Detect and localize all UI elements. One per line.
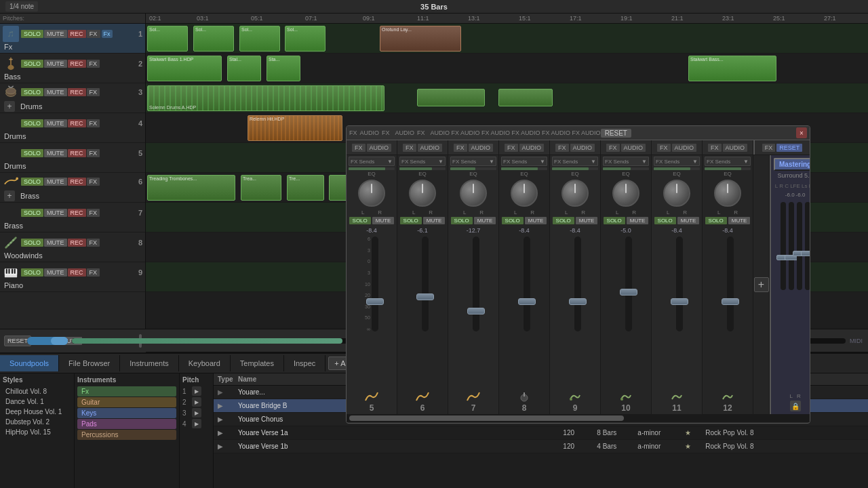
track-2-rec[interactable]: REC <box>68 60 86 68</box>
track-9-rec[interactable]: REC <box>68 268 86 277</box>
track-7-fx[interactable]: FX <box>87 209 100 217</box>
ch8-fader[interactable] <box>518 298 536 305</box>
ch5-solo[interactable]: SOLO <box>349 217 371 224</box>
track-3-mute[interactable]: MUTE <box>44 88 67 96</box>
track-6-add[interactable]: + <box>4 190 15 201</box>
ch12-send-dropdown[interactable]: FX Sends▼ <box>705 157 751 166</box>
track-7-mute[interactable]: MUTE <box>44 209 67 217</box>
ch7-fx-btn[interactable]: FX <box>454 144 467 152</box>
track-4-rec[interactable]: REC <box>68 119 86 127</box>
ch9-send-dropdown[interactable]: FX Sends▼ <box>552 157 598 166</box>
instrument-keys[interactable]: Keys <box>77 408 176 418</box>
ch11-audio-btn[interactable]: AUDIO <box>672 144 697 152</box>
track-5-mute[interactable]: MUTE <box>44 149 67 157</box>
ch7-fader[interactable] <box>467 308 485 314</box>
ch5-fader[interactable] <box>366 298 384 305</box>
ch7-knob[interactable] <box>460 180 487 207</box>
ch12-mute[interactable]: MUTE <box>728 217 751 224</box>
track-6-fx[interactable]: FX <box>87 178 100 186</box>
master-mastering-button[interactable]: Mastering <box>774 158 810 171</box>
ch5-send-dropdown[interactable]: FX Sends▼ <box>349 157 395 166</box>
track-2-fx[interactable]: FX <box>87 60 100 68</box>
ch10-fx-btn[interactable]: FX <box>606 144 620 152</box>
track-5-solo[interactable]: SOLO <box>21 149 43 157</box>
ch11-send-dropdown[interactable]: FX Sends▼ <box>654 157 700 166</box>
style-dance[interactable]: Dance Vol. 1 <box>3 396 71 407</box>
col-type[interactable]: Type <box>214 373 234 385</box>
ch7-audio-btn[interactable]: AUDIO <box>469 144 494 152</box>
track-8-mute[interactable]: MUTE <box>44 239 67 247</box>
browser-row-3[interactable]: ▶ Youare Verse 1a 120 8 Bars a-minor ★ R… <box>214 426 868 440</box>
ch12-fader[interactable] <box>722 298 739 305</box>
add-channel-button[interactable]: + <box>754 277 769 292</box>
ch9-fx-btn[interactable]: FX <box>555 144 569 152</box>
ch6-fader[interactable] <box>416 293 434 300</box>
track-2-solo[interactable]: SOLO <box>21 60 43 68</box>
track-1-mute[interactable]: MUTE <box>44 30 67 38</box>
ch7-solo[interactable]: SOLO <box>451 217 473 224</box>
style-hiphop[interactable]: HipHop Vol. 15 <box>3 427 71 437</box>
track-3-rec[interactable]: REC <box>68 88 86 96</box>
ch8-fx-btn[interactable]: FX <box>505 144 518 152</box>
mixer-reset-button[interactable]: RESET <box>601 129 631 138</box>
ch10-mute[interactable]: MUTE <box>627 217 649 224</box>
ch9-mute[interactable]: MUTE <box>576 217 598 224</box>
track-1-solo[interactable]: SOLO <box>21 30 43 38</box>
ch11-solo[interactable]: SOLO <box>654 217 676 224</box>
pitch-play-4[interactable]: ▶ <box>192 419 201 428</box>
ch9-audio-btn[interactable]: AUDIO <box>570 144 595 152</box>
track-7-rec[interactable]: REC <box>68 209 86 217</box>
track-5-rec[interactable]: REC <box>68 149 86 157</box>
ch5-fx-btn[interactable]: FX <box>352 144 366 152</box>
track-5-fx[interactable]: FX <box>87 149 100 157</box>
track-1-rec[interactable]: REC <box>68 30 86 38</box>
track-6-mute[interactable]: MUTE <box>44 178 67 186</box>
ch5-knob[interactable] <box>358 180 385 207</box>
ch7-mute[interactable]: MUTE <box>474 217 496 224</box>
ch6-knob[interactable] <box>409 180 436 207</box>
ch12-fx-btn[interactable]: FX <box>708 144 722 152</box>
track-3-add[interactable]: + <box>4 101 15 112</box>
style-dubstep[interactable]: Dubstep Vol. 2 <box>3 417 71 427</box>
tab-soundpools[interactable]: Soundpools <box>0 355 59 371</box>
timeline-position[interactable] <box>27 337 68 345</box>
ch8-send-dropdown[interactable]: FX Sends▼ <box>501 157 547 166</box>
tab-keyboard[interactable]: Keyboard <box>179 355 231 371</box>
track-4-fx[interactable]: FX <box>87 119 100 127</box>
tab-instruments[interactable]: Instruments <box>120 355 178 371</box>
mixer-scrollbar[interactable] <box>347 414 810 422</box>
track-4-mute[interactable]: MUTE <box>44 119 67 127</box>
master-reset-btn[interactable]: RESET <box>776 144 802 152</box>
ch12-audio-btn[interactable]: AUDIO <box>723 144 748 152</box>
ch5-mute[interactable]: MUTE <box>372 217 395 224</box>
ch10-fader[interactable] <box>620 289 637 296</box>
ch5-audio-btn[interactable]: AUDIO <box>367 144 392 152</box>
ch10-audio-btn[interactable]: AUDIO <box>621 144 646 152</box>
track-2-mute[interactable]: MUTE <box>44 60 67 68</box>
ch11-mute[interactable]: MUTE <box>677 217 700 224</box>
ch12-knob[interactable] <box>714 180 741 207</box>
tab-inspec[interactable]: Inspec <box>284 355 326 371</box>
pitch-play-3[interactable]: ▶ <box>192 408 201 418</box>
track-3-solo[interactable]: SOLO <box>21 88 43 96</box>
ch9-knob[interactable] <box>561 180 589 207</box>
track-9-fx[interactable]: FX <box>87 268 100 277</box>
mixer-close-button[interactable]: × <box>796 127 807 138</box>
ch12-solo[interactable]: SOLO <box>705 217 727 224</box>
ch11-fader[interactable] <box>671 298 688 305</box>
instrument-pads[interactable]: Pads <box>77 419 176 429</box>
track-8-rec[interactable]: REC <box>68 239 86 247</box>
track-6-rec[interactable]: REC <box>68 178 86 186</box>
pitch-play-1[interactable]: ▶ <box>192 386 201 396</box>
ch9-solo[interactable]: SOLO <box>553 217 574 224</box>
track-9-mute[interactable]: MUTE <box>44 268 67 277</box>
tab-templates[interactable]: Templates <box>231 355 284 371</box>
ch6-send-dropdown[interactable]: FX Sends▼ <box>399 157 446 166</box>
track-8-fx[interactable]: FX <box>87 239 100 247</box>
ch8-knob[interactable] <box>511 180 538 207</box>
ch11-fx-btn[interactable]: FX <box>657 144 671 152</box>
style-deep-house[interactable]: Deep House Vol. 1 <box>3 407 71 417</box>
track-6-solo[interactable]: SOLO <box>21 178 43 186</box>
track-3-fx[interactable]: FX <box>87 88 100 96</box>
master-fx-btn[interactable]: FX <box>762 144 776 152</box>
